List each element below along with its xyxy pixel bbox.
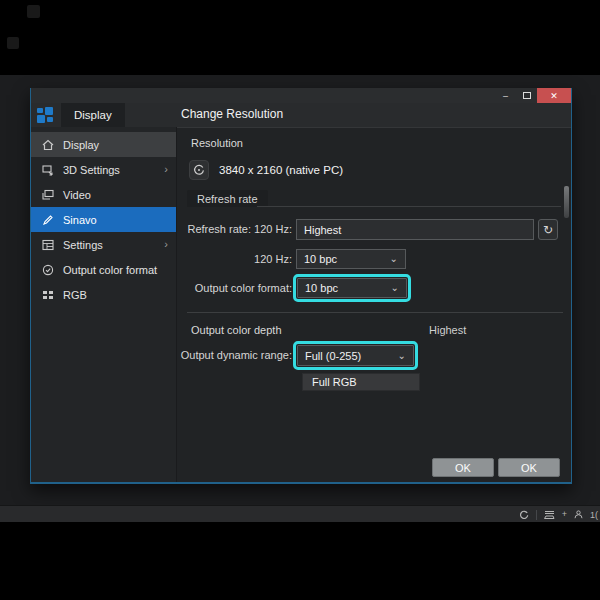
hz-row-label: 120 Hz:	[177, 253, 292, 265]
output-color-format-dropdown[interactable]: 10 bpc ⌄	[297, 278, 407, 298]
scrollbar-thumb[interactable]	[564, 186, 569, 218]
ok-button[interactable]: OK	[432, 458, 494, 477]
video-icon	[41, 189, 55, 201]
header-row: Display Change Resolution	[31, 103, 571, 127]
settings-icon	[41, 239, 55, 251]
sidebar-item-label: 3D Settings	[63, 164, 120, 176]
refresh-icon: ↻	[543, 223, 553, 237]
titlebar: – ✕	[31, 88, 571, 103]
minimize-button[interactable]: –	[495, 88, 516, 103]
page-title: Change Resolution	[181, 107, 283, 121]
sidebar-item-label: Display	[63, 139, 99, 151]
depth-value-text: Highest	[429, 324, 466, 336]
sidebar-item-3d-settings[interactable]: 3D Settings ›	[31, 157, 176, 182]
close-button[interactable]: ✕	[537, 88, 571, 103]
chevron-down-icon: ⌄	[390, 256, 398, 262]
output-dynamic-range-dropdown[interactable]: Full (0-255) ⌄	[297, 345, 414, 366]
resolution-value: 3840 x 2160 (native PC)	[219, 164, 343, 176]
sidebar-item-label: Sinavo	[63, 214, 97, 226]
hz-dropdown-value: 10 bpc	[304, 253, 337, 265]
close-icon: ✕	[550, 91, 558, 101]
grid-icon	[41, 289, 55, 301]
display-swirl-icon	[189, 160, 209, 180]
hz-dropdown[interactable]: 10 bpc ⌄	[296, 249, 406, 269]
refresh-button[interactable]: ↻	[538, 219, 558, 240]
3d-settings-icon	[41, 164, 55, 176]
taskbar: + 1(	[0, 505, 600, 522]
chevron-right-icon: ›	[164, 164, 168, 175]
refresh-rate-header: Refresh rate	[187, 190, 268, 207]
output-dynamic-range-label: Output dynamic range:	[177, 349, 292, 361]
plus-icon[interactable]: +	[562, 510, 567, 519]
maximize-icon	[523, 92, 531, 99]
person-icon[interactable]	[574, 510, 583, 519]
pencil-icon	[41, 214, 55, 226]
desktop-icon[interactable]	[7, 37, 19, 49]
sidebar-item-rgb[interactable]: RGB	[31, 282, 176, 307]
resolution-item[interactable]: 3840 x 2160 (native PC)	[189, 160, 343, 180]
sidebar-item-display[interactable]: Display	[31, 132, 176, 157]
resolution-section-label: Resolution	[191, 137, 243, 149]
sidebar: Display 3D Settings › Video	[31, 127, 177, 482]
sidebar-item-label: Output color format	[63, 264, 157, 276]
output-color-format-label: Output color format:	[177, 282, 292, 294]
tray-separator	[536, 510, 537, 520]
tray-lines-icon[interactable]	[544, 510, 555, 519]
sidebar-item-label: RGB	[63, 289, 87, 301]
minimize-icon: –	[503, 91, 508, 101]
sidebar-item-label: Video	[63, 189, 91, 201]
change-resolution-panel: Resolution 3840 x 2160 (native PC) Refre…	[177, 127, 571, 482]
sidebar-item-settings[interactable]: Settings ›	[31, 232, 176, 257]
desktop-icon[interactable]	[27, 5, 40, 18]
tray-clipped-text: 1(	[590, 510, 599, 520]
system-tray: + 1(	[519, 506, 600, 523]
check-circle-icon	[41, 264, 55, 276]
app-logo-icon	[37, 107, 53, 123]
sidebar-item-label: Settings	[63, 239, 103, 251]
section-divider	[187, 312, 563, 313]
chevron-right-icon: ›	[164, 239, 168, 250]
screen: – ✕ Display Change Resolution Display	[0, 0, 600, 600]
sidebar-item-video[interactable]: Video	[31, 182, 176, 207]
chevron-down-icon: ⌄	[398, 353, 406, 359]
output-color-depth-label: Output color depth	[191, 324, 282, 336]
refresh-rate-row-label: Refresh rate: 120 Hz:	[177, 223, 292, 235]
output-dynamic-range-value: Full (0-255)	[305, 350, 361, 362]
ok-button-secondary[interactable]: OK	[498, 458, 560, 477]
section-rule	[257, 206, 561, 207]
sidebar-item-sinavo[interactable]: Sinavo	[31, 207, 176, 232]
gpu-swirl-icon[interactable]	[519, 510, 529, 520]
home-icon	[41, 139, 55, 151]
refresh-rate-combobox-value: Highest	[304, 224, 341, 236]
tab-display[interactable]: Display	[61, 103, 125, 127]
dropdown-option-full-rgb[interactable]: Full RGB	[302, 373, 420, 391]
output-color-format-value: 10 bpc	[305, 282, 338, 294]
chevron-down-icon: ⌄	[391, 285, 399, 291]
maximize-button[interactable]	[516, 88, 537, 103]
control-panel-window: – ✕ Display Change Resolution Display	[30, 88, 572, 484]
refresh-rate-combobox[interactable]: Highest	[296, 219, 534, 240]
sidebar-item-output-color-format[interactable]: Output color format	[31, 257, 176, 282]
